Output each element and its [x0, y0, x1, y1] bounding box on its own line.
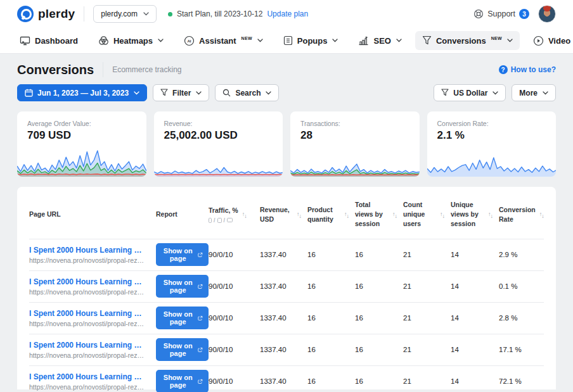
traffic-value: 90/0/10	[209, 377, 260, 385]
chevron-down-icon	[158, 39, 164, 42]
page-url-text: https://novena.pro/novosti/propal-rezhim…	[29, 351, 147, 359]
page-url-text: https://novena.pro/novosti/propal-rezhim…	[29, 320, 147, 327]
product-quantity-value: 16	[307, 377, 355, 385]
stat-card-conversion-rate[interactable]: Conversion Rate: 2.1 %	[427, 111, 557, 177]
nav-item-conversions[interactable]: ConversionsNEW	[415, 31, 520, 50]
col-header-count-unique-users[interactable]: Count unique users↑↓	[403, 200, 451, 229]
nav-item-video[interactable]: Video	[526, 31, 573, 51]
col-header-revenue[interactable]: Revenue, USD↑↓	[260, 205, 307, 224]
sparkline-chart	[427, 149, 557, 177]
svg-text:AI: AI	[187, 39, 191, 43]
date-range-value: Jun 1, 2023 — Jul 3, 2023	[37, 89, 129, 98]
sort-icon[interactable]: ↑↓	[344, 212, 350, 217]
popups-icon	[283, 35, 293, 46]
sort-icon[interactable]: ↑↓	[488, 212, 494, 217]
currency-button[interactable]: US Dollar	[434, 84, 506, 101]
product-quantity-value: 16	[307, 346, 355, 353]
more-label: More	[519, 89, 538, 98]
sort-icon[interactable]: ↑↓	[539, 212, 545, 217]
page-subtitle: Ecommerce tracking	[112, 65, 181, 74]
nav-label: Heatmaps	[113, 36, 153, 46]
stat-card-revenue[interactable]: Revenue: 25,002.00 USD	[154, 111, 283, 177]
search-button[interactable]: Search	[215, 84, 279, 101]
unique-views-value: 14	[451, 377, 499, 385]
page-title-link[interactable]: I Spent 2000 Hours Learning How To Learn…	[29, 309, 147, 318]
revenue-value: 1337.40	[260, 251, 307, 258]
col-header-traffic[interactable]: Traffic, % // ↑↓	[209, 206, 260, 224]
traffic-value: 90/0/10	[209, 282, 260, 290]
lifebuoy-icon	[473, 9, 484, 19]
page-title-link[interactable]: I Spent 2000 Hours Learning How To Learn…	[29, 372, 147, 381]
nav-item-ai-assistant[interactable]: AI AssistantNEW	[177, 31, 270, 51]
table-row: I Spent 2000 Hours Learning How To Learn…	[29, 239, 544, 270]
monitor-icon	[20, 36, 30, 46]
support-button[interactable]: Support 3	[473, 9, 529, 19]
plerdy-logo[interactable]: plerdy	[17, 6, 75, 22]
external-link-icon	[198, 346, 203, 353]
update-plan-link[interactable]: Update plan	[267, 9, 308, 18]
show-on-page-button[interactable]: Show on page	[156, 275, 209, 298]
sort-icon[interactable]: ↑↓	[242, 212, 248, 217]
user-avatar[interactable]	[538, 5, 556, 23]
stat-value: 709 USD	[17, 127, 146, 142]
stat-card-average-order-value[interactable]: Average Order Value: 709 USD	[17, 111, 146, 177]
unique-users-value: 21	[403, 251, 451, 258]
ai-icon: AI	[184, 35, 195, 46]
filter-button[interactable]: Filter	[153, 84, 209, 101]
show-on-page-label: Show on page	[162, 342, 194, 357]
new-badge: NEW	[491, 36, 502, 41]
show-on-page-button[interactable]: Show on page	[156, 338, 209, 361]
funnel-icon	[422, 35, 432, 46]
nav-item-dashboard[interactable]: Dashboard	[13, 32, 85, 50]
date-range-button[interactable]: Jun 1, 2023 — Jul 3, 2023	[17, 84, 147, 101]
stat-value: 28	[290, 127, 420, 142]
page-title-link[interactable]: I Spent 2000 Hours Learning How To Learn…	[29, 341, 147, 350]
stat-value: 2.1 %	[427, 127, 557, 142]
nav-item-heatmaps[interactable]: Heatmaps	[91, 31, 171, 50]
brand-name: plerdy	[38, 7, 75, 21]
more-button[interactable]: More	[512, 84, 556, 101]
nav-item-popups[interactable]: Popups	[276, 31, 345, 50]
chevron-down-icon	[257, 39, 263, 42]
conversions-table: Page URL Report Traffic, % // ↑↓ Revenue…	[17, 187, 556, 389]
how-to-use-link[interactable]: ? How to use?	[499, 65, 556, 74]
nav-item-seo[interactable]: SEO	[351, 32, 408, 50]
sort-icon[interactable]: ↑↓	[392, 212, 398, 217]
show-on-page-button[interactable]: Show on page	[156, 243, 209, 266]
external-link-icon	[198, 378, 203, 385]
unique-views-value: 14	[451, 314, 499, 322]
conversion-rate-value: 72.1 %	[499, 377, 544, 385]
col-header-page-url: Page URL	[29, 210, 156, 219]
show-on-page-button[interactable]: Show on page	[156, 307, 209, 329]
table-row: I Spent 2000 Hours Learning How To Learn…	[29, 302, 544, 334]
unique-users-value: 21	[403, 314, 451, 322]
product-quantity-value: 16	[307, 282, 355, 290]
sort-icon[interactable]: ↑↓	[440, 212, 446, 217]
stat-label: Average Order Value:	[17, 111, 146, 127]
plan-status-dot	[168, 12, 172, 16]
page-title-link[interactable]: I Spent 2000 Hours Learning How To Learn…	[29, 277, 147, 286]
stat-card-transactions[interactable]: Transactions: 28	[290, 111, 420, 177]
plerdy-logo-icon	[17, 6, 34, 22]
unique-views-value: 14	[451, 282, 499, 290]
support-label: Support	[487, 9, 515, 18]
col-header-report: Report	[156, 210, 209, 219]
table-row: I Spent 2000 Hours Learning How To Learn…	[29, 270, 544, 302]
sort-icon[interactable]: ↑↓	[297, 212, 302, 217]
filter-label: Filter	[172, 89, 191, 98]
domain-select[interactable]: plerdy.com	[93, 5, 157, 23]
col-header-conversion-rate[interactable]: Conversion Rate↑↓	[499, 205, 550, 224]
how-to-use-label: How to use?	[511, 65, 556, 74]
col-header-total-views[interactable]: Total views by session↑↓	[355, 200, 403, 229]
traffic-value: 90/0/10	[209, 251, 260, 258]
sparkline-chart	[17, 149, 146, 177]
page-title-link[interactable]: I Spent 2000 Hours Learning How To Learn…	[29, 246, 147, 255]
col-header-unique-views[interactable]: Unique views by session↑↓	[451, 200, 499, 229]
question-icon: ?	[499, 65, 508, 74]
show-on-page-button[interactable]: Show on page	[156, 370, 209, 392]
device-icons: //	[209, 217, 238, 224]
table-header-row: Page URL Report Traffic, % // ↑↓ Revenue…	[29, 187, 544, 239]
col-header-product-quantity[interactable]: Product quantity↑↓	[307, 205, 355, 224]
chevron-down-icon	[143, 12, 149, 16]
conversion-rate-value: 2.8 %	[499, 314, 544, 322]
